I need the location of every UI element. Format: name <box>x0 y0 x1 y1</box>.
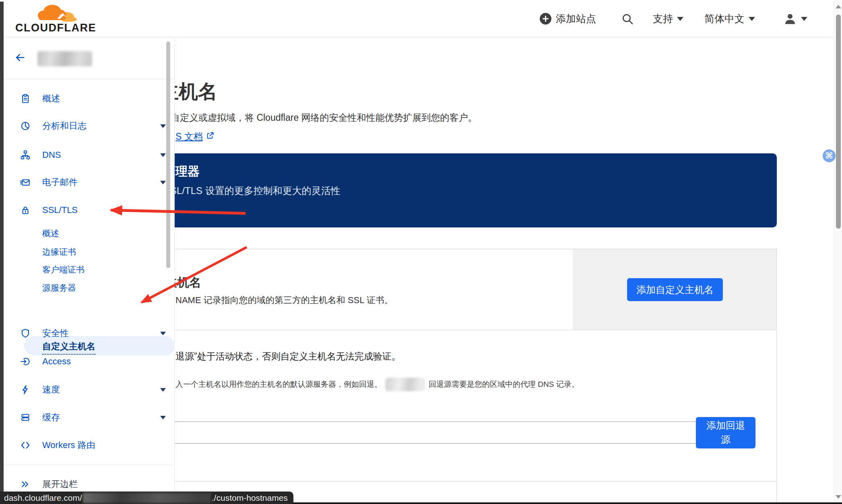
sidebar-item-label: 缓存 <box>42 411 60 423</box>
redacted-hostname <box>385 378 425 391</box>
chevron-down-icon <box>677 17 683 21</box>
sidebar-item-analytics[interactable]: 分析和日志 <box>4 117 175 135</box>
cloudflare-dashboard: 自定义主机名 自定义或虚拟域，将 Cloudflare 网络的安全性和性能优势扩… <box>0 0 842 504</box>
chevron-down-icon <box>160 332 166 335</box>
divider <box>4 464 175 465</box>
docs-link-label: S 文档 <box>175 130 203 143</box>
status-bar-url: dash.cloudflare.com/ ./custom-hostnames <box>0 492 293 504</box>
chevron-down-icon <box>801 17 807 21</box>
sidebar-subitem-label: 概述 <box>42 228 59 239</box>
sidebar-scrollbar-thumb[interactable] <box>166 41 170 268</box>
arrow-left-icon[interactable] <box>14 52 26 63</box>
cloudflare-logo-text: CLOUDFLARE <box>15 22 96 34</box>
language-label: 简体中文 <box>704 12 745 25</box>
sidebar-item-label: 概述 <box>42 93 60 105</box>
add-site-button[interactable]: 添加站点 <box>539 0 596 37</box>
vertical-scrollbar[interactable] <box>834 0 842 504</box>
lightning-icon <box>20 384 31 395</box>
sidebar-item-label: Workers 路由 <box>42 439 95 451</box>
access-icon <box>20 356 31 367</box>
email-icon <box>20 177 31 188</box>
chevron-down-icon <box>749 17 755 21</box>
window-left-edge <box>0 2 4 504</box>
lock-icon <box>20 204 31 216</box>
expand-sidebar-button[interactable]: 展开边栏 <box>4 475 175 493</box>
sidebar-item-label: 电子邮件 <box>42 176 78 188</box>
fallback-description: 入一个主机名以用作您的主机名的默认源服务器，例如回退。 回退源需要是您的区域中的… <box>175 378 579 391</box>
sidebar-item-speed[interactable]: 速度 <box>4 381 175 399</box>
page-description: 自定义或虚拟域，将 Cloudflare 网络的安全性和性能优势扩展到您的客户。 <box>171 112 477 124</box>
sidebar-item-access[interactable]: Access <box>4 353 175 370</box>
sitemap-icon <box>20 149 31 161</box>
sidebar-subitem-origin-server[interactable]: 源服务器 <box>4 280 175 296</box>
cloudflare-cloud-icon <box>15 2 92 22</box>
user-icon <box>783 12 797 26</box>
sidebar-item-caching[interactable]: 缓存 <box>4 409 175 426</box>
top-header: CLOUDFLARE 添加站点 支持 简体中文 <box>0 0 842 37</box>
sidebar: 概述 分析和日志 DNS <box>4 37 175 504</box>
add-site-label: 添加站点 <box>556 12 596 25</box>
status-url-prefix: dash.cloudflare.com/ <box>4 493 82 503</box>
cache-icon <box>20 412 31 423</box>
sidebar-item-label: Access <box>42 356 71 367</box>
chevron-down-icon <box>160 416 166 419</box>
sidebar-item-label: 分析和日志 <box>42 120 87 132</box>
sidebar-item-security[interactable]: 安全性 <box>4 324 175 342</box>
sidebar-item-label: 安全性 <box>42 327 69 339</box>
banner-subtitle: SL/TLS 设置的更多控制和更大的灵活性 <box>170 184 341 197</box>
scroll-up-arrow-icon[interactable] <box>836 5 841 8</box>
double-chevron-right-icon <box>20 479 31 490</box>
sidebar-item-label: SSL/TLS <box>42 205 78 215</box>
divider <box>4 79 175 79</box>
plus-circle-icon <box>539 12 552 25</box>
search-button[interactable] <box>621 0 634 37</box>
sidebar-subitem-ssl-overview[interactable]: 概述 <box>4 225 175 242</box>
chevron-down-icon <box>160 124 166 128</box>
expand-sidebar-label: 展开边栏 <box>42 478 78 490</box>
chevron-down-icon <box>160 388 166 392</box>
external-link-icon <box>206 131 215 142</box>
language-menu[interactable]: 简体中文 <box>704 0 755 37</box>
cloudflare-logo[interactable]: CLOUDFLARE <box>15 2 92 35</box>
shield-icon <box>20 328 31 339</box>
command-icon[interactable]: ⌘ <box>823 149 836 162</box>
search-icon <box>621 12 634 25</box>
sidebar-item-dns[interactable]: DNS <box>4 146 175 164</box>
hostnames-card-description: NAME 记录指向您的域的第三方的主机名和 SSL 证书。 <box>175 294 393 306</box>
fallback-origin-input[interactable] <box>169 421 700 444</box>
fallback-description-before: 入一个主机名以用作您的主机名的默认源服务器，例如回退。 <box>175 379 382 390</box>
support-menu[interactable]: 支持 <box>653 0 683 37</box>
zone-name-redacted[interactable] <box>37 51 92 66</box>
pie-chart-icon <box>20 120 31 132</box>
user-menu[interactable] <box>783 0 807 37</box>
support-label: 支持 <box>653 12 673 25</box>
status-url-redacted <box>83 493 211 503</box>
sidebar-item-label: 速度 <box>42 384 60 396</box>
chevron-down-icon <box>160 153 166 157</box>
sidebar-subitem-client-certificates[interactable]: 客户端证书 <box>4 262 175 278</box>
fallback-description-after: 回退源需要是您的区域中的代理 DNS 记录。 <box>429 379 579 390</box>
sidebar-subitem-label: 源服务器 <box>42 282 76 293</box>
code-brackets-icon <box>20 440 31 451</box>
sidebar-subitem-edge-certificates[interactable]: 边缘证书 <box>4 244 175 260</box>
sidebar-subitem-label: 边缘证书 <box>42 246 76 258</box>
banner-title: 理器 <box>175 163 200 180</box>
scrollbar-thumb[interactable] <box>836 14 841 229</box>
sidebar-item-label: DNS <box>42 150 61 160</box>
sidebar-subitem-label: 客户端证书 <box>42 264 85 275</box>
scroll-down-arrow-icon[interactable] <box>836 495 841 499</box>
status-url-suffix: ./custom-hostnames <box>212 493 288 503</box>
fallback-heading: 退源”处于活动状态，否则自定义主机名无法完成验证。 <box>175 350 401 363</box>
add-custom-hostname-button[interactable]: 添加自定义主机名 <box>627 278 723 301</box>
chevron-down-icon <box>160 181 166 184</box>
sidebar-item-overview[interactable]: 概述 <box>4 90 175 107</box>
sidebar-item-workers-routes[interactable]: Workers 路由 <box>4 436 175 454</box>
docs-link[interactable]: S 文档 <box>175 130 215 143</box>
add-fallback-origin-button[interactable]: 添加回退源 <box>696 417 755 448</box>
clipboard-icon <box>20 93 31 104</box>
sidebar-item-email[interactable]: 电子邮件 <box>4 174 175 191</box>
sidebar-item-ssl-tls[interactable]: SSL/TLS <box>4 201 175 219</box>
